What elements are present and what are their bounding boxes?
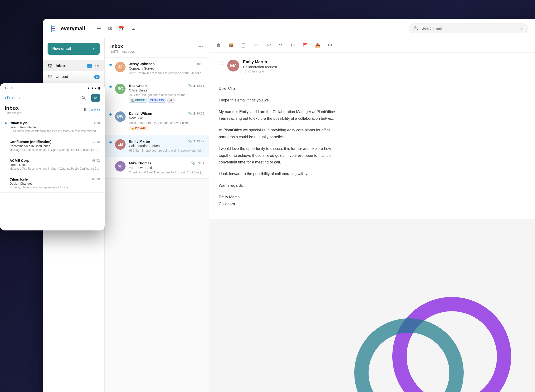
email-meta-info: Emily Martin Collaboration request To Ci… (243, 60, 525, 73)
mobile-time-3: 08:52 (92, 159, 100, 162)
email-select-checkbox[interactable] (219, 61, 224, 65)
unread-icon (48, 74, 53, 79)
avatar-bea: BG (115, 84, 126, 94)
email-sender-4: Emily Martin (129, 139, 150, 143)
tag-button[interactable]: 🏷 (289, 41, 297, 49)
mobile-status-bar: 12:30 ▲ ▲▲ ▮ (0, 83, 105, 92)
email-meta: EM Emily Martin Collaboration request To… (219, 60, 525, 78)
mobile-preview-2: Message Title Recommended in Open-Xchang… (10, 148, 100, 152)
forward-button[interactable]: ↪ (277, 41, 284, 49)
avatar-daniel: DW (115, 111, 126, 122)
new-email-chevron-icon: ∨ (93, 47, 95, 50)
mobile-subject-1: Design Roundtable (10, 125, 100, 129)
mobile-time: 12:30 (5, 86, 13, 90)
archive-button[interactable]: 📦 (227, 41, 235, 49)
calendar-icon[interactable]: 📅 (118, 25, 125, 32)
email-content-2: Bea Green 📎 2 18:31 Office plants Hi Cil… (129, 84, 204, 103)
desktop-app-window: everymail ☰ ✉ 📅 ☁ 🔍 ∨ New email ∨ (43, 19, 535, 392)
email-toolbar: 🗑 📦 📋 ↩ ↩↩ ↪ 🏷 🚩 📤 ••• (209, 38, 535, 53)
email-list-header: Inbox 1.673 messages ••• (105, 38, 209, 57)
avatar-emily: EM (115, 139, 126, 150)
reply-button[interactable]: ↩ (252, 41, 260, 49)
sidebar-item-inbox[interactable]: Inbox 2 ••• (43, 60, 104, 71)
search-input[interactable] (422, 26, 518, 31)
email-reader-content: EM Emily Martin Collaboration request To… (209, 53, 535, 219)
search-icon: 🔍 (414, 26, 419, 31)
email-item-3[interactable]: DW Daniel Wilson 📎 2 19:22 New Bike Hell… (105, 107, 209, 135)
mobile-email-item-4[interactable]: Cilian Kyle 07:30 Design Changes Hi Jess… (0, 174, 105, 193)
mobile-email-list: Cilian Kyle 14:10 Design Roundtable Hi a… (0, 118, 105, 230)
app-name: everymail (61, 25, 85, 32)
email-preview-4: Hi Cilian, I hope you are doing well. I … (129, 149, 204, 152)
more-actions-button[interactable]: ••• (326, 41, 334, 49)
email-preview-3: Hello, I heard that you bought a new e-b… (129, 121, 204, 124)
body-para-2: I hope this email finds you well. (219, 97, 525, 104)
attachment-count-2: 2 (193, 84, 195, 87)
email-item-1[interactable]: JJ Jessy Johnson 19:22 Company Survey De… (105, 57, 209, 79)
trash-button[interactable]: 🗑 (215, 41, 223, 49)
email-item-4[interactable]: EM Emily Martin 📎 2 19:22 Collaboration … (105, 135, 209, 157)
email-preview-2: Hi Cilian, We got some new plants for th… (129, 93, 204, 97)
share-button[interactable]: 📤 (314, 41, 321, 49)
cloud-icon[interactable]: ☁ (130, 25, 136, 32)
mobile-search-button[interactable] (79, 94, 88, 102)
tag-more: +2 (167, 98, 175, 103)
attachment-count-3: 2 (193, 112, 195, 115)
mobile-sender-4: Cilian Kyle (10, 177, 28, 181)
mobile-header-actions: ✏ (79, 94, 100, 102)
mobile-preview-1: Hi all, thank you for attending the meet… (10, 129, 100, 133)
mobile-inbox-info: Inbox 5 messages ⇅ Select (0, 105, 105, 118)
mobile-inbox-title: Inbox (5, 105, 21, 111)
email-time-4: 📎 2 19:22 (188, 139, 204, 143)
message-count: 1.673 messages (110, 50, 135, 53)
mail-icon[interactable]: ✉ (107, 25, 114, 32)
email-sender-3: Daniel Wilson (129, 111, 152, 115)
mobile-sender-1: Cilian Kyle (10, 121, 28, 125)
mobile-status-icons: ▲ ▲▲ ▮ (87, 86, 100, 90)
email-to-field: To Cilian Kyle (243, 69, 525, 73)
mobile-email-item-3[interactable]: ACME Corp 08:52 Lorem ipsum Message Titl… (0, 155, 105, 174)
reply-all-button[interactable]: ↩↩ (264, 41, 272, 49)
mobile-time-1: 14:10 (92, 121, 100, 125)
sidebar-item-unread[interactable]: Unread 2 (43, 71, 104, 82)
email-list-more-icon[interactable]: ••• (198, 44, 203, 49)
inbox-icon (48, 63, 53, 68)
email-subject-4: Collaboration request (129, 144, 204, 148)
mobile-sort-icon[interactable]: ⇅ (83, 108, 87, 112)
mobile-email-content-2: Confluence (notification) 13:10 Recommen… (10, 140, 100, 152)
email-tags-2: 🏠 OFFICE BUSINESS +2 (129, 98, 204, 103)
mobile-compose-button[interactable]: ✏ (91, 94, 100, 102)
inbox-more-icon[interactable]: ••• (95, 63, 100, 68)
header-icons: ☰ ✉ 📅 ☁ (96, 25, 136, 32)
email-preview-1: Dear Dream Team,thanks to everyone of th… (129, 71, 204, 75)
mobile-time-4: 07:30 (92, 177, 100, 181)
report-button[interactable]: 📋 (240, 41, 247, 49)
mobile-select-button[interactable]: Select (89, 108, 100, 112)
new-email-button[interactable]: New email ∨ (48, 43, 100, 55)
email-content-5: Mike Thomas 📎 09:04 Your new brand Thank… (129, 161, 204, 174)
mobile-preview-4: Hi Jessy, I have some change requests fo… (10, 186, 100, 189)
flag-button[interactable]: 🚩 (302, 41, 309, 49)
attachment-icon-3: 📎 (188, 112, 192, 115)
search-bar[interactable]: 🔍 ∨ (409, 24, 528, 33)
body-para-6: I look forward to the possibility of col… (219, 171, 525, 177)
avatar-reader: EM (227, 60, 239, 72)
mobile-subject-3: Lorem ipsum (10, 163, 100, 167)
mobile-email-item-1[interactable]: Cilian Kyle 14:10 Design Roundtable Hi a… (0, 118, 105, 136)
email-reader-wrapper: 🗑 📦 📋 ↩ ↩↩ ↪ 🏷 🚩 📤 ••• EM (209, 38, 535, 392)
attachment-icon-2: 📎 (188, 84, 192, 87)
email-from-name: Emily Martin (243, 60, 525, 64)
back-chevron-icon: ‹ (5, 96, 6, 100)
email-item-5[interactable]: MT Mike Thomas 📎 09:04 Your new brand Th… (105, 157, 209, 179)
hamburger-icon[interactable]: ☰ (96, 25, 102, 32)
battery-icon: ▮ (98, 86, 100, 90)
email-item-2[interactable]: BG Bea Green 📎 2 18:31 Office plants Hi … (105, 79, 209, 107)
mobile-preview-3: Message Title Recommended in Open-Xchang… (10, 167, 100, 170)
mobile-email-item-2[interactable]: Confluence (notification) 13:10 Recommen… (0, 136, 105, 155)
search-chevron-icon: ∨ (520, 27, 523, 30)
mobile-back-button[interactable]: ‹ Folders (5, 96, 20, 100)
mobile-app-overlay: 12:30 ▲ ▲▲ ▮ ‹ Folders ✏ Inbox (0, 83, 105, 230)
app-body: New email ∨ Inbox 2 ••• (43, 38, 535, 392)
attachment-count-4: 2 (193, 139, 195, 143)
email-content-3: Daniel Wilson 📎 2 19:22 New Bike Hello, … (129, 111, 204, 130)
